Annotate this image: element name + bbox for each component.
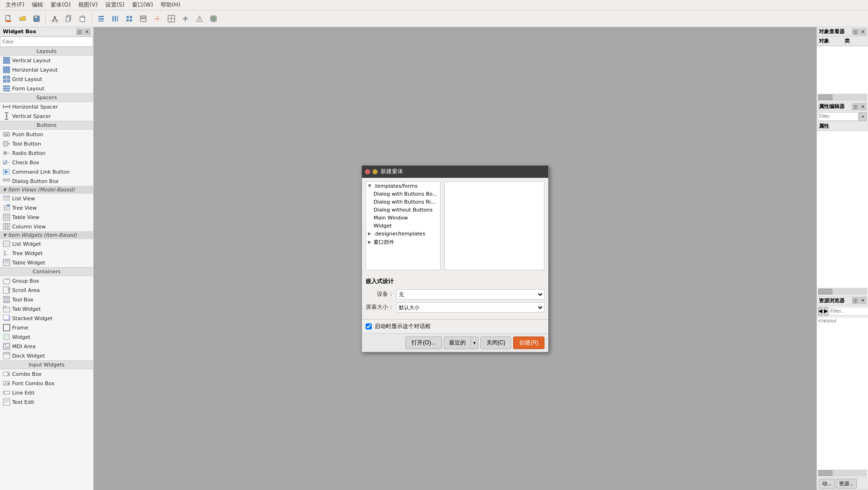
resource-filter[interactable] <box>829 307 868 315</box>
widget-stacked-widget[interactable]: Stacked Widget <box>0 314 93 323</box>
tree-item-main-window[interactable]: Main Window <box>366 214 440 222</box>
svg-point-58 <box>6 115 7 117</box>
widget-scroll-area[interactable]: Scroll Area <box>0 285 93 295</box>
toolbar-layout3[interactable] <box>123 12 136 25</box>
resource-float[interactable]: ◫ <box>852 297 859 304</box>
resource-forward-btn[interactable]: ▶ <box>824 307 828 316</box>
widget-dock-widget[interactable]: Dock Widget <box>0 351 93 360</box>
widget-vertical-spacer[interactable]: Vertical Spacer <box>0 111 93 121</box>
toolbar-layout8[interactable] <box>193 12 206 25</box>
widget-line-edit[interactable]: Line Edit <box>0 388 93 397</box>
widget-list-view[interactable]: List View <box>0 194 93 203</box>
dialog-recent-arrow[interactable]: ▾ <box>471 336 478 349</box>
property-editor-float[interactable]: ◫ <box>852 103 859 110</box>
screen-select[interactable]: 默认大小 <box>397 302 544 313</box>
svg-rect-82 <box>6 209 10 211</box>
toolbar-new[interactable] <box>2 12 15 25</box>
resource-close[interactable]: ✕ <box>860 297 866 304</box>
toolbar-layout9[interactable] <box>207 12 220 25</box>
menu-settings[interactable]: 设置(S) <box>102 0 128 10</box>
menu-form[interactable]: 窗体(O) <box>47 0 74 10</box>
widget-table-widget[interactable]: Table Widget <box>0 258 93 267</box>
widget-box-close-btn[interactable]: ✕ <box>84 29 90 35</box>
widget-command-link-button[interactable]: Command Link Button <box>0 167 93 176</box>
resource-back-btn[interactable]: ◀ <box>818 307 823 316</box>
tree-item-dialog-no[interactable]: Dialog without Buttons <box>366 206 440 214</box>
toolbar-layout4[interactable] <box>137 12 150 25</box>
widget-widget[interactable]: Widget <box>0 332 93 342</box>
object-inspector-scrollbar[interactable] <box>818 94 867 101</box>
widget-box-filter[interactable] <box>0 37 93 47</box>
toolbar-paste[interactable] <box>76 12 89 25</box>
widget-column-view[interactable]: Column View <box>0 222 93 231</box>
widget-check-box[interactable]: Check Box <box>0 158 93 167</box>
device-select[interactable]: 无 <box>397 289 544 300</box>
property-add-button[interactable]: + <box>859 112 867 121</box>
dialog-close-dot[interactable] <box>365 169 370 175</box>
dialog-close-button[interactable]: 关闭(C) <box>480 336 512 349</box>
widget-tree-view[interactable]: Tree View <box>0 203 93 212</box>
object-inspector-float[interactable]: ◫ <box>852 29 859 35</box>
widget-tool-button[interactable]: Tool Button <box>0 139 93 148</box>
toolbar-cut[interactable] <box>48 12 61 25</box>
section-item-widgets[interactable]: ▼ Item Widgets (Item-Based) <box>0 231 93 239</box>
widget-grid-layout[interactable]: Grid Layout <box>0 74 93 84</box>
widget-tree-widget[interactable]: Tree Widget <box>0 249 93 258</box>
tree-item-dialog-ri[interactable]: Dialog with Buttons Ri... <box>366 198 440 206</box>
widget-horizontal-spacer[interactable]: Horizontal Spacer <box>0 102 93 111</box>
widget-group-box[interactable]: Title Group Box <box>0 276 93 285</box>
widget-tab-widget[interactable]: Tab Widget <box>0 304 93 314</box>
widget-push-button[interactable]: OK Push Button <box>0 130 93 139</box>
widget-mdi-area[interactable]: MDI Area <box>0 342 93 351</box>
dialog-create-button[interactable]: 创建(R) <box>513 336 544 349</box>
tree-item-dialog-bo[interactable]: Dialog with Buttons Bo... <box>366 190 440 198</box>
widget-horizontal-layout[interactable]: Horizontal Layout <box>0 65 93 74</box>
widget-combo-box[interactable]: Combo Box <box>0 369 93 379</box>
section-item-views[interactable]: ▼ Item Views (Model-Based) <box>0 186 93 194</box>
toolbar-layout2[interactable] <box>109 12 122 25</box>
show-dialog-label: 启动时显示这个对话框 <box>375 322 431 330</box>
toolbar-copy[interactable] <box>62 12 75 25</box>
widget-dialog-button-box[interactable]: Dialog Button Box <box>0 176 93 186</box>
tree-item-templates[interactable]: ▼ .templates/forms <box>366 182 440 190</box>
property-scrollbar[interactable] <box>818 288 867 295</box>
toolbar-layout5[interactable] <box>151 12 164 25</box>
widget-font-combo-box[interactable]: A Font Combo Box <box>0 379 93 388</box>
widget-form-layout[interactable]: Form Layout <box>0 84 93 93</box>
tree-item-designer-templates[interactable]: ▶ .designer/templates <box>366 230 440 238</box>
toolbar-layout6[interactable] <box>165 12 178 25</box>
widget-frame[interactable]: Frame <box>0 323 93 332</box>
toolbar-open[interactable] <box>16 12 29 25</box>
dialog-recent-button[interactable]: 最近的 <box>444 336 471 349</box>
toolbar-layout7[interactable] <box>179 12 192 25</box>
menu-help[interactable]: 帮助(H) <box>157 0 184 10</box>
resource-action-btn[interactable]: 动... <box>819 479 835 489</box>
toolbar-save[interactable] <box>30 12 43 25</box>
widget-vertical-layout[interactable]: Vertical Layout <box>0 56 93 65</box>
menu-view[interactable]: 视图(V) <box>74 0 102 10</box>
widget-table-view[interactable]: Table View <box>0 212 93 222</box>
object-inspector-close[interactable]: ✕ <box>860 29 866 35</box>
widget-tool-box[interactable]: Tool Box <box>0 295 93 304</box>
tree-item-window-parts[interactable]: ▶ 窗口部件 <box>366 238 440 247</box>
widget-list-widget[interactable]: List Widget <box>0 239 93 249</box>
dialog-tree[interactable]: ▼ .templates/forms Dialog with Buttons B… <box>366 182 441 270</box>
resource-resource-btn[interactable]: 资源... <box>836 479 857 489</box>
dialog-open-button[interactable]: 打开(O)... <box>405 336 441 349</box>
widget-radio-button[interactable]: Radio Button <box>0 148 93 158</box>
property-filter-input[interactable] <box>818 112 859 121</box>
scrollbar-thumb[interactable] <box>818 95 832 100</box>
property-editor-close[interactable]: ✕ <box>860 103 866 110</box>
resource-scrollbar-thumb[interactable] <box>818 470 832 476</box>
dialog-min-dot[interactable] <box>372 169 378 175</box>
show-dialog-checkbox[interactable] <box>366 323 372 329</box>
menu-edit[interactable]: 编辑 <box>28 0 47 10</box>
resource-scrollbar[interactable] <box>818 470 867 476</box>
widget-text-edit[interactable]: Text Edit <box>0 397 93 407</box>
prop-scrollbar-thumb[interactable] <box>818 289 832 294</box>
menu-file[interactable]: 文件(F) <box>2 0 28 10</box>
widget-box-float-btn[interactable]: ◫ <box>76 29 83 35</box>
tree-item-widget[interactable]: Widget <box>366 222 440 230</box>
menu-window[interactable]: 窗口(W) <box>128 0 157 10</box>
toolbar-layout1[interactable] <box>95 12 108 25</box>
